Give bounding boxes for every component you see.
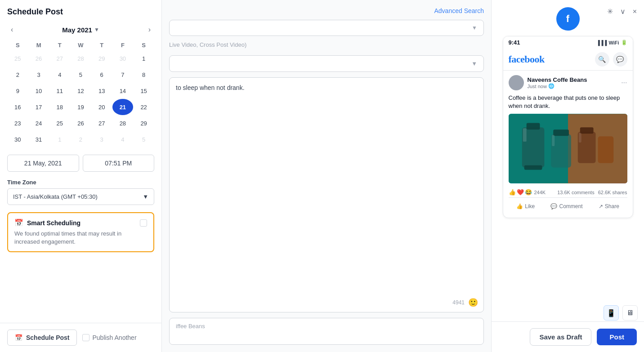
like-button[interactable]: 👍 Like [513,201,538,211]
calendar-icon: 📅 [14,218,23,227]
calendar-day[interactable]: 10 [28,83,49,99]
pin-button[interactable]: ✳ [606,6,614,17]
calendar-day[interactable]: 24 [28,115,49,131]
post-type-arrow: ▼ [471,60,477,67]
post-button[interactable]: Post [597,329,637,345]
calendar-day[interactable]: 9 [7,83,28,99]
calendar-day[interactable]: 27 [49,50,70,67]
phone-status-bar: 9:41 ▐▐▐ WiFi 🔋 [503,36,633,49]
calendar-day[interactable]: 12 [70,83,91,99]
tags-hint: iffee Beans [176,323,477,330]
post-text-area[interactable]: to sleep when not drank. 4941 🙂 [169,77,484,312]
calendar-day[interactable]: 8 [133,67,154,83]
calendar-day[interactable]: 1 [49,131,70,147]
calendar-day[interactable]: 25 [49,115,70,131]
share-action-icon: ↗ [599,203,603,209]
timezone-select[interactable]: IST - Asia/Kolkata (GMT +05:30) ▼ [7,188,154,205]
facebook-avatar: f [556,7,580,31]
right-bottom-bar: Save as Draft Post [492,321,644,352]
date-input[interactable]: 21 May, 2021 [7,155,79,172]
desktop-view-button[interactable]: 🖥 [622,305,638,321]
battery-icon: 🔋 [621,40,627,45]
reaction-icons: 👍 ❤️ 😂 244K [509,189,546,196]
collapse-button[interactable]: ∨ [619,6,626,17]
fb-more-options-button[interactable]: ··· [621,79,627,87]
calendar: ‹ May 2021 ▼ › S M T W T F S [7,24,154,147]
share-button[interactable]: ↗ Share [595,201,623,211]
post-text-content: to sleep when not drank. [176,83,477,93]
save-draft-button[interactable]: Save as Draft [530,328,591,346]
calendar-day[interactable]: 3 [28,67,49,83]
calendar-day[interactable]: 1 [133,50,154,67]
calendar-day[interactable]: 15 [133,83,154,99]
fb-search-icon[interactable]: 🔍 [595,52,609,67]
time-input[interactable]: 07:51 PM [83,155,155,172]
calendar-day[interactable]: 5 [70,67,91,83]
calendar-day[interactable]: 29 [133,115,154,131]
calendar-day[interactable]: 3 [91,131,112,147]
calendar-day[interactable]: 23 [7,115,28,131]
publish-another-checkbox-row[interactable]: Publish Another [82,334,136,341]
calendar-day[interactable]: 28 [112,115,134,131]
accounts-dropdown[interactable]: ▼ [169,20,484,36]
calendar-day[interactable]: 25 [7,50,28,67]
svg-rect-9 [580,128,593,134]
comment-button[interactable]: 💬 Comment [547,201,586,211]
timezone-value: IST - Asia/Kolkata (GMT +05:30) [13,193,98,200]
calendar-day[interactable]: 27 [91,115,112,131]
month-year-label: May 2021 [62,26,92,34]
fb-reactions-bar: 👍 ❤️ 😂 244K 13.6K comments 62.6K shares [509,187,627,198]
calendar-day[interactable]: 18 [49,99,70,115]
calendar-day[interactable]: 29 [91,50,112,67]
publish-another-checkbox[interactable] [82,334,89,341]
fb-messenger-icon[interactable]: 💬 [613,52,627,67]
smart-scheduling-checkbox[interactable] [140,219,147,227]
calendar-day[interactable]: 22 [133,99,154,115]
calendar-day[interactable]: 31 [28,131,49,147]
calendar-day[interactable]: 2 [70,131,91,147]
month-year-selector[interactable]: May 2021 ▼ [62,26,99,34]
fb-header-icons: 🔍 💬 [595,52,627,67]
datetime-row: 21 May, 2021 07:51 PM [7,155,154,172]
timezone-dropdown-arrow: ▼ [143,193,148,200]
calendar-day[interactable]: 13 [91,83,112,99]
calendar-day[interactable]: 30 [7,131,28,147]
calendar-day[interactable]: 4 [112,131,134,147]
calendar-day[interactable]: 14 [112,83,134,99]
content-type-hint: Live Video, Cross Post Video) [169,41,484,48]
svg-rect-7 [553,130,569,136]
calendar-day[interactable]: 21 [112,99,134,115]
calendar-day[interactable]: 5 [133,131,154,147]
calendar-day[interactable]: 16 [7,99,28,115]
calendar-day[interactable]: 7 [112,67,134,83]
advanced-search-button[interactable]: Advanced Search [434,7,484,14]
emoji-picker-icon[interactable]: 🙂 [468,298,478,307]
calendar-day[interactable]: 20 [91,99,112,115]
mobile-view-button[interactable]: 📱 [604,305,619,321]
month-year-dropdown-arrow: ▼ [94,27,99,33]
calendar-day[interactable]: 26 [70,115,91,131]
tags-box[interactable]: iffee Beans [169,318,484,345]
calendar-day[interactable]: 28 [70,50,91,67]
phone-mockup: 9:41 ▐▐▐ WiFi 🔋 facebook 🔍 💬 [503,36,633,218]
fb-action-bar: 👍 Like 💬 Comment ↗ Share [509,200,627,213]
next-month-button[interactable]: › [145,24,154,36]
calendar-day[interactable]: 6 [91,67,112,83]
calendar-day[interactable]: 26 [28,50,49,67]
calendar-header: ‹ May 2021 ▼ › [7,24,154,36]
close-button[interactable]: × [632,7,638,17]
calendar-day[interactable]: 4 [49,67,70,83]
calendar-day[interactable]: 2 [7,67,28,83]
calendar-day[interactable]: 30 [112,50,134,67]
svg-rect-13 [578,133,581,143]
post-type-dropdown[interactable]: ▼ [169,55,484,72]
calendar-day[interactable]: 11 [49,83,70,99]
signal-icon: ▐▐▐ [596,40,607,45]
prev-month-button[interactable]: ‹ [7,24,17,36]
fb-author-name: Naveens Coffe Beans [528,76,587,83]
calendar-day[interactable]: 19 [70,99,91,115]
schedule-post-button[interactable]: 📅 Schedule Post [7,330,77,346]
accounts-dropdown-arrow: ▼ [472,25,477,31]
calendar-day[interactable]: 17 [28,99,49,115]
fb-post-time: Just now 🌐 [528,83,587,89]
